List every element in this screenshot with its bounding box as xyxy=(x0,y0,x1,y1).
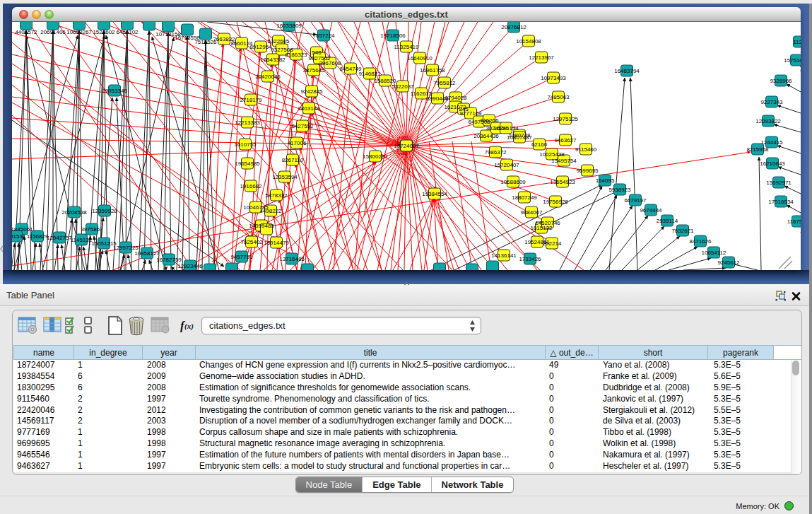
svg-text:16033809: 16033809 xyxy=(276,23,302,29)
svg-text:9699695: 9699695 xyxy=(576,168,599,174)
svg-text:20691406: 20691406 xyxy=(40,29,66,35)
svg-text:2967608: 2967608 xyxy=(319,60,341,66)
svg-text:252214: 252214 xyxy=(543,240,562,247)
svg-text:1527602: 1527602 xyxy=(93,29,115,35)
svg-text:20208538: 20208538 xyxy=(61,209,87,216)
svg-text:10973493: 10973493 xyxy=(541,75,566,81)
svg-text:7625402: 7625402 xyxy=(240,239,263,245)
svg-text:7986372: 7986372 xyxy=(484,149,507,156)
svg-text:1733426: 1733426 xyxy=(519,256,541,262)
svg-text:9777169: 9777169 xyxy=(459,110,482,117)
svg-text:9457791: 9457791 xyxy=(230,254,253,260)
svg-text:391531: 391531 xyxy=(12,233,26,240)
svg-text:10653267: 10653267 xyxy=(66,29,92,35)
svg-text:17016534: 17016534 xyxy=(768,199,794,205)
svg-text:62160: 62160 xyxy=(531,141,548,148)
svg-text:164095: 164095 xyxy=(596,177,615,184)
svg-text:13495754: 13495754 xyxy=(551,158,577,164)
svg-text:16914479: 16914479 xyxy=(264,240,289,246)
svg-text:10958127: 10958127 xyxy=(134,250,160,257)
svg-text:3975867: 3975867 xyxy=(81,226,103,233)
svg-text:1156829: 1156829 xyxy=(27,233,49,240)
svg-text:16245134: 16245134 xyxy=(493,125,519,132)
svg-text:6679197: 6679197 xyxy=(624,197,647,204)
svg-text:12923446: 12923446 xyxy=(177,263,203,269)
svg-text:12942757: 12942757 xyxy=(47,235,72,241)
svg-text:19756928: 19756928 xyxy=(543,199,568,205)
svg-text:19384554: 19384554 xyxy=(422,191,447,197)
svg-text:16543382: 16543382 xyxy=(260,57,286,63)
svg-text:10025438: 10025438 xyxy=(539,151,565,158)
svg-text:10688609: 10688609 xyxy=(500,179,526,185)
svg-text:15692971: 15692971 xyxy=(766,180,792,186)
svg-text:13654923: 13654923 xyxy=(550,179,575,185)
svg-text:8471626: 8471626 xyxy=(689,238,712,245)
svg-text:15720407: 15720407 xyxy=(494,162,519,168)
svg-text:1845061: 1845061 xyxy=(12,226,33,233)
svg-text:16483794: 16483794 xyxy=(614,68,640,74)
svg-text:13716485: 13716485 xyxy=(279,256,305,262)
svg-text:746266: 746266 xyxy=(480,117,499,124)
svg-text:1916682: 1916682 xyxy=(240,183,262,189)
svg-text:11325419: 11325419 xyxy=(394,44,420,50)
svg-text:8912954: 8912954 xyxy=(249,44,272,50)
svg-text:1121: 1121 xyxy=(793,39,801,45)
svg-text:12093822: 12093822 xyxy=(755,118,781,124)
svg-text:10654112: 10654112 xyxy=(702,250,727,256)
svg-text:9674444: 9674444 xyxy=(640,207,662,214)
svg-text:7857224: 7857224 xyxy=(312,33,335,39)
svg-text:16640910: 16640910 xyxy=(407,55,433,62)
svg-text:8427552: 8427552 xyxy=(291,123,314,129)
svg-text:9115460: 9115460 xyxy=(575,146,597,153)
svg-text:9328966: 9328966 xyxy=(770,78,792,84)
svg-text:10154808: 10154808 xyxy=(516,38,541,45)
svg-text:7632621: 7632621 xyxy=(671,228,694,234)
svg-text:6466102: 6466102 xyxy=(116,29,139,35)
svg-text:9146821: 9146821 xyxy=(358,71,381,77)
svg-text:9242845: 9242845 xyxy=(300,88,323,95)
svg-text:6794028: 6794028 xyxy=(445,95,467,101)
svg-text:2718179: 2718179 xyxy=(240,97,262,103)
svg-text:9245612: 9245612 xyxy=(717,259,740,266)
svg-text:19218506: 19218506 xyxy=(380,33,406,39)
svg-text:14136141: 14136141 xyxy=(491,252,517,259)
svg-text:5322605: 5322605 xyxy=(267,38,290,45)
svg-text:5938923: 5938923 xyxy=(608,187,631,193)
svg-text:16210643: 16210643 xyxy=(760,160,785,167)
svg-text:8267110: 8267110 xyxy=(282,157,304,163)
svg-text:16961758: 16961758 xyxy=(420,67,445,74)
svg-text:8186323: 8186323 xyxy=(285,52,307,58)
svg-text:2935114: 2935114 xyxy=(657,218,678,224)
svg-text:7955812: 7955812 xyxy=(433,80,456,86)
svg-text:417006: 417006 xyxy=(288,140,307,146)
svg-text:12975125: 12975125 xyxy=(553,116,578,122)
svg-text:1244415: 1244415 xyxy=(760,139,783,146)
svg-text:9227343: 9227343 xyxy=(760,99,783,105)
svg-text:(x): (x) xyxy=(184,322,194,331)
svg-text:16782759: 16782759 xyxy=(156,257,182,263)
svg-text:15300287: 15300287 xyxy=(363,153,388,160)
svg-text:4405572: 4405572 xyxy=(15,29,37,35)
svg-text:18807249: 18807249 xyxy=(512,194,537,201)
svg-text:1610755: 1610755 xyxy=(234,141,257,148)
svg-text:12213383: 12213383 xyxy=(235,119,260,126)
svg-text:3875645: 3875645 xyxy=(302,67,325,74)
svg-text:1145132: 1145132 xyxy=(71,237,93,243)
svg-text:12213967: 12213967 xyxy=(529,54,554,61)
svg-text:12359928: 12359928 xyxy=(92,208,117,214)
svg-text:19654985: 19654985 xyxy=(235,160,260,167)
svg-text:15751074: 15751074 xyxy=(784,57,801,64)
svg-text:14520746: 14520746 xyxy=(535,220,560,226)
svg-text:7485063: 7485063 xyxy=(547,94,570,100)
svg-text:1167534: 1167534 xyxy=(787,218,801,225)
svg-text:5878332: 5878332 xyxy=(265,192,288,199)
svg-text:20876812: 20876812 xyxy=(501,24,526,30)
svg-text:22420046: 22420046 xyxy=(255,74,281,80)
svg-text:12353594: 12353594 xyxy=(272,174,298,180)
svg-text:20364436: 20364436 xyxy=(473,133,499,139)
svg-text:14099485: 14099485 xyxy=(249,223,274,229)
svg-text:18724007: 18724007 xyxy=(394,143,419,149)
svg-text:5322037: 5322037 xyxy=(392,83,414,90)
svg-text:10807487: 10807487 xyxy=(507,134,532,141)
svg-text:4498222: 4498222 xyxy=(259,208,282,214)
